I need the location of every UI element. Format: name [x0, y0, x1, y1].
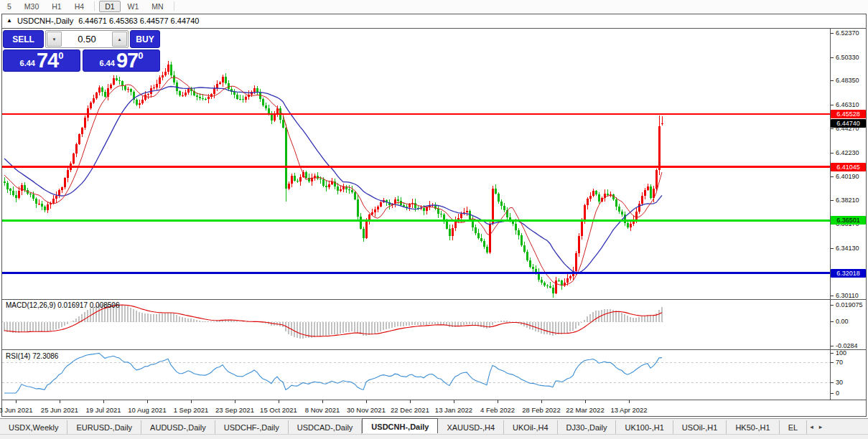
price-axis-label: 6.34130	[836, 245, 859, 252]
date-axis-label: 22 Dec 2021	[391, 406, 429, 414]
macd-indicator-label: MACD(12,26,9) 0.016917 0.008506	[6, 301, 119, 309]
symbol-tab-hk50-h1[interactable]: HK50-,H1	[727, 420, 779, 434]
price-axis-label: 6.46310	[836, 101, 859, 108]
price-axis-label: 6.38210	[836, 197, 859, 204]
buy-price-base: 6.44	[100, 59, 115, 67]
volume-input[interactable]	[62, 31, 111, 47]
rsi-axis-label: 30	[836, 379, 843, 386]
date-axis-label: 19 Jul 2021	[85, 406, 121, 414]
price-line-badge: 6.36501	[831, 216, 866, 225]
caret-up-icon: ▲	[118, 37, 122, 42]
sell-price-big: 74	[37, 51, 58, 70]
date-axis-label: 10 Aug 2021	[128, 406, 166, 414]
sell-price-display[interactable]: 6.44740	[3, 49, 80, 72]
status-bar	[0, 434, 868, 439]
symbol-tab-usdchf-daily[interactable]: USDCHF-,Daily	[215, 420, 289, 434]
symbol-tab-eurusd-daily[interactable]: EURUSD-,Daily	[67, 420, 141, 434]
chart-symbol-label: USDCNH-,Daily	[17, 16, 73, 25]
symbol-tab-usdcnh-daily[interactable]: USDCNH-,Daily	[362, 418, 438, 433]
volume-decrease-button[interactable]: ▼	[47, 32, 62, 47]
buy-button[interactable]: BUY	[130, 30, 160, 48]
price-line-badge: 6.32018	[831, 269, 866, 278]
symbol-tab-ukoil-h4[interactable]: UKOil-,H4	[504, 420, 558, 434]
price-line-badge: 6.45528	[831, 110, 866, 118]
rsi-indicator-label: RSI(14) 72.3086	[6, 352, 58, 360]
one-click-trading-panel: SELL ▼ ▲ BUY 6.44740 6.44970	[3, 30, 160, 72]
chart-ohlc-readout: 6.44671 6.45363 6.44577 6.44740	[78, 16, 199, 25]
price-axis-label: 6.40190	[836, 173, 859, 180]
price-axis-label: 6.42230	[836, 149, 859, 156]
date-axis-label: 25 Jun 2021	[41, 406, 78, 414]
date-axis-label: 23 Sep 2021	[215, 406, 254, 414]
symbol-tab-usoil-h1[interactable]: USOil-,H1	[673, 420, 727, 434]
symbol-tab-uk100-h1[interactable]: UK100-,H1	[616, 420, 673, 434]
price-axis-label: 6.52370	[836, 29, 859, 37]
date-axis-label: 1 Sep 2021	[174, 406, 209, 414]
date-axis-label: 28 Feb 2022	[522, 406, 560, 414]
collapse-arrow-icon[interactable]: ▲	[6, 17, 12, 24]
price-axis-label: 6.30110	[836, 292, 859, 299]
sell-price-sup: 0	[58, 50, 63, 61]
volume-increase-button[interactable]: ▲	[112, 32, 127, 47]
price-line-badge: 6.41045	[831, 163, 866, 171]
symbol-tab-el[interactable]: EL	[780, 420, 807, 434]
date-axis-label: 13 Apr 2022	[610, 406, 647, 414]
rsi-axis-label: 70	[836, 359, 843, 366]
date-axis-label: 22 Mar 2022	[566, 406, 604, 414]
tab-scroll-left-icon[interactable]: ◂	[807, 419, 816, 434]
price-axis-label: 6.48350	[836, 77, 859, 84]
date-axis-label: 13 Jan 2022	[435, 406, 472, 414]
volume-stepper: ▼ ▲	[45, 30, 129, 48]
trading-terminal: 5M30H1H4D1W1MN ▲ USDCNH-,Daily 6.44671 6…	[0, 0, 868, 439]
caret-down-icon: ▼	[52, 37, 57, 42]
buy-price-big: 97	[116, 51, 138, 70]
date-axis-label: 3 Jun 2021	[0, 406, 33, 414]
date-axis-label: 30 Nov 2021	[347, 406, 386, 414]
rsi-axis-label: 100	[836, 349, 846, 357]
date-axis-label: 4 Feb 2022	[480, 406, 515, 414]
symbol-tab-dj30-daily[interactable]: DJ30-,Daily	[558, 420, 617, 434]
rsi-axis-label: 0	[836, 390, 839, 397]
date-axis-label: 15 Oct 2021	[260, 406, 297, 414]
chart-tab-bar: USDX,WeeklyEURUSD-,DailyAUDUSD-,DailyUSD…	[0, 418, 868, 434]
buy-price-sup: 0	[138, 50, 143, 61]
symbol-tab-audusd-daily[interactable]: AUDUSD-,Daily	[141, 420, 215, 434]
macd-axis-label: 0.019075	[836, 301, 863, 308]
sell-price-base: 6.44	[20, 59, 35, 67]
sell-button[interactable]: SELL	[3, 30, 44, 48]
buy-price-display[interactable]: 6.44970	[83, 49, 160, 72]
macd-axis-label: 0.00	[836, 318, 849, 325]
symbol-tab-usdcad-daily[interactable]: USDCAD-,Daily	[289, 420, 363, 434]
tab-scroll-right-icon[interactable]: ▸	[816, 419, 826, 434]
symbol-tab-usdx-weekly[interactable]: USDX,Weekly	[0, 420, 67, 434]
chart-title: ▲ USDCNH-,Daily 6.44671 6.45363 6.44577 …	[6, 16, 199, 25]
price-axis-label: 6.50330	[836, 54, 859, 61]
symbol-tab-xauusd-h4[interactable]: XAUUSD-,H4	[438, 420, 504, 434]
date-axis-label: 8 Nov 2021	[305, 406, 340, 414]
price-line-badge: 6.44740	[831, 119, 866, 128]
